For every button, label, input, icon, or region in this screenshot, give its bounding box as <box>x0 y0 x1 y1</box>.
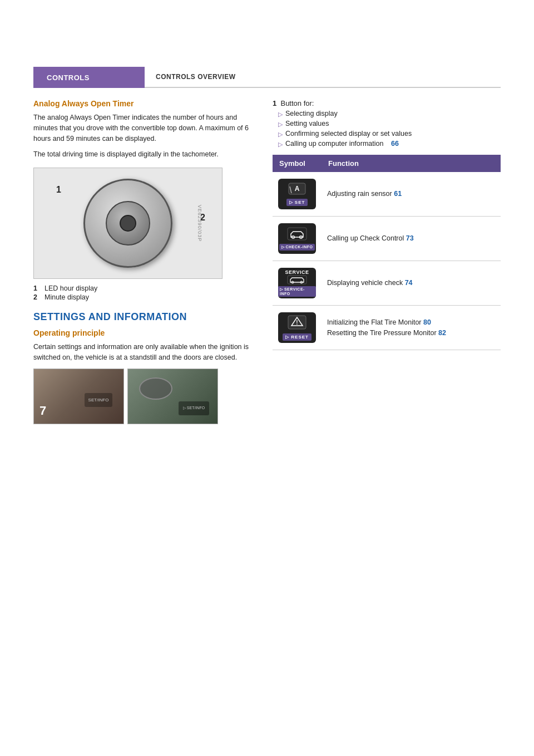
operating-title: Operating principle <box>33 328 256 337</box>
bullet-text-1: Selecting display <box>285 110 338 117</box>
function-cell-rain: Adjusting rain sensor 61 <box>322 172 501 217</box>
caption-item-1: 1 LED hour display <box>33 284 256 292</box>
symbol-img-tire: ! ▷ RESET <box>278 312 316 343</box>
function-cell-tire: Initializing the Flat Tire Monitor 80 Re… <box>322 306 501 350</box>
car-interior-graphic-left: 7 SET/INFO <box>34 369 123 424</box>
dial-circle <box>83 179 172 268</box>
table-row-check: ▷ CHECK-INFO Calling up Check Control 73 <box>273 217 501 261</box>
function-text-check: Calling up Check Control 73 <box>327 233 495 244</box>
caption-text-1: LED hour display <box>44 284 97 292</box>
interior-image-right: ▷ SET/INFO <box>127 369 218 424</box>
caption-list: 1 LED hour display 2 Minute display <box>33 284 256 301</box>
caption-item-2: 2 Minute display <box>33 293 256 301</box>
table-row-service: SERVICE ▷ SERVICE-INFO <box>273 261 501 306</box>
controls-overview-label: CONTROLS OVERVIEW <box>145 67 501 88</box>
bullet-text-2: Setting values <box>285 120 329 127</box>
reset-label-icon: ▷ RESET <box>283 333 312 341</box>
check-info-label-icon: ▷ CHECK-INFO <box>279 244 315 251</box>
content-area: Analog Always Open Timer The analog Alwa… <box>33 88 501 424</box>
symbol-cell-tire: ! ▷ RESET <box>273 306 322 350</box>
controls-overview-text: CONTROLS OVERVIEW <box>156 73 236 81</box>
symbol-cell-service: SERVICE ▷ SERVICE-INFO <box>273 261 322 306</box>
left-column: Analog Always Open Timer The analog Alwa… <box>33 88 256 424</box>
number-7-label: 7 <box>39 404 46 418</box>
diagram-label-1: 1 <box>56 185 61 195</box>
table-row-rain: A ▷ SET Adjusting rain sensor 61 <box>273 172 501 217</box>
controls-tab: CONTROLS <box>33 67 145 88</box>
bullet-text-4: Calling up computer information <box>285 140 383 148</box>
button-for-label: 1 Button for: <box>273 99 501 107</box>
bullet-list: ▷ Selecting display ▷ Setting values ▷ C… <box>278 110 501 148</box>
controls-tab-label: CONTROLS <box>47 73 90 82</box>
symbol-cell-check: ▷ CHECK-INFO <box>273 217 322 261</box>
service-top-label: SERVICE <box>285 269 309 275</box>
settings-title: SETTINGS AND INFORMATION <box>33 311 256 323</box>
symbol-img-rain: A ▷ SET <box>278 179 316 209</box>
table-row-tire: ! ▷ RESET Initializing the Flat Tire Mon… <box>273 306 501 350</box>
svg-rect-3 <box>288 228 306 240</box>
function-text-tire: Initializing the Flat Tire Monitor 80 Re… <box>327 317 495 338</box>
service-info-label-icon: ▷ SERVICE-INFO <box>278 286 316 297</box>
dial-center <box>120 215 136 232</box>
car-interior-graphic-right: ▷ SET/INFO <box>128 369 217 424</box>
operating-text: Certain settings and information are onl… <box>33 342 256 363</box>
bottom-images: 7 SET/INFO ▷ SET/INFO <box>33 369 256 424</box>
dial-inner <box>106 201 150 246</box>
bullet-item-4: ▷ Calling up computer information 66 <box>278 140 501 148</box>
caption-num-1: 1 <box>33 284 41 292</box>
set-label-icon: ▷ SET <box>286 199 308 206</box>
function-text-service: Displaying vehicle check 74 <box>327 278 495 288</box>
svg-text:A: A <box>295 185 300 193</box>
rain-sensor-icon: A <box>287 182 307 199</box>
bullet-arrow-1: ▷ <box>278 111 283 118</box>
table-body: A ▷ SET Adjusting rain sensor 61 <box>273 172 501 350</box>
analog-timer-text1: The analog Always Open Timer indicates t… <box>33 112 256 144</box>
caption-text-2: Minute display <box>44 293 89 301</box>
dial-diagram: 1 2 VE62390/03P <box>33 168 222 279</box>
bullet-arrow-2: ▷ <box>278 121 283 128</box>
function-text-rain: Adjusting rain sensor 61 <box>327 189 495 199</box>
analog-timer-title: Analog Always Open Timer <box>33 99 256 108</box>
page: CONTROLS CONTROLS OVERVIEW Analog Always… <box>0 67 534 756</box>
bullet-arrow-3: ▷ <box>278 131 283 138</box>
symbol-table: Symbol Function <box>273 155 501 350</box>
tire-monitor-icon: ! <box>287 315 307 332</box>
diagram-sidebar-label: VE62390/03P <box>197 205 203 242</box>
check-control-icon <box>286 227 308 243</box>
interior-image-left: 7 SET/INFO <box>33 369 124 424</box>
right-column: 1 Button for: ▷ Selecting display ▷ Sett… <box>273 88 501 424</box>
bullet-page-4: 66 <box>391 140 399 148</box>
button-info: 1 Button for: ▷ Selecting display ▷ Sett… <box>273 99 501 148</box>
function-cell-check: Calling up Check Control 73 <box>322 217 501 261</box>
function-cell-service: Displaying vehicle check 74 <box>322 261 501 306</box>
svg-text:!: ! <box>296 320 298 326</box>
caption-num-2: 2 <box>33 293 41 301</box>
bullet-item-3: ▷ Confirming selected display or set val… <box>278 130 501 138</box>
th-symbol: Symbol <box>273 155 322 172</box>
bullet-text-3: Confirming selected display or set value… <box>285 130 412 138</box>
header-bar: CONTROLS CONTROLS OVERVIEW <box>33 67 501 88</box>
symbol-img-service: SERVICE ▷ SERVICE-INFO <box>278 268 316 298</box>
bullet-item-2: ▷ Setting values <box>278 120 501 128</box>
table-header: Symbol Function <box>273 155 501 172</box>
symbol-img-check: ▷ CHECK-INFO <box>278 223 316 254</box>
th-function: Function <box>322 155 501 172</box>
symbol-cell-rain: A ▷ SET <box>273 172 322 217</box>
analog-timer-text2: The total driving time is displayed digi… <box>33 149 256 160</box>
bullet-arrow-4: ▷ <box>278 141 283 148</box>
bullet-item-1: ▷ Selecting display <box>278 110 501 118</box>
